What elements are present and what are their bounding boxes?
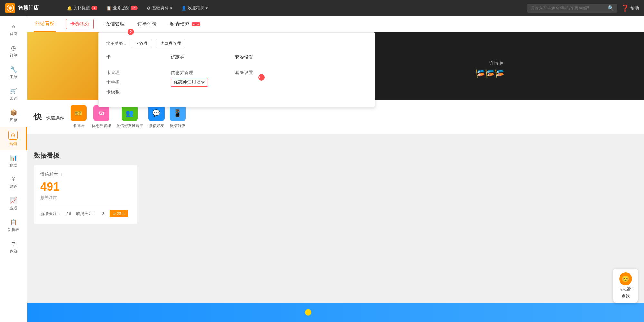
subnav-wechat[interactable]: 微信管理 xyxy=(104,16,126,32)
logo-text: 智慧门店 xyxy=(18,5,39,12)
chat-widget[interactable]: 😊 有问题? 点我 xyxy=(613,269,638,303)
wechat-fans-label: 微信粉丝 xyxy=(40,172,58,177)
logo-area[interactable]: 智慧门店 xyxy=(5,3,63,13)
sidebar-item-insurance-label: 保险 xyxy=(10,249,17,254)
banner-detail-label: 详情 ▶ xyxy=(475,61,504,66)
new-follows-label: 新增关注： xyxy=(40,211,61,217)
dropdown-common-functions: 常用功能： 卡管理 优惠券管理 xyxy=(106,39,367,48)
finance-icon: ¥ xyxy=(12,176,15,183)
sidebar-item-reports[interactable]: 📋 新报表 xyxy=(0,215,27,236)
workorder-icon: 🔧 xyxy=(10,66,17,73)
coupon-action-icon: 🎟 xyxy=(93,105,109,121)
sidebar-item-purchase-label: 采购 xyxy=(10,96,17,101)
alert-badge: 1 xyxy=(91,6,97,10)
user-icon: 👤 xyxy=(181,6,186,11)
main-layout: ⌂ 首页 ◷ 订单 🔧 工单 🛒 采购 📦 库存 ⊙ 营销 📊 数据 xyxy=(0,16,644,322)
wechat1-action-label: 微信好友 xyxy=(149,123,164,128)
sidebar-item-finance-label: 财务 xyxy=(10,184,17,189)
subnav-order-review[interactable]: 订单评价 xyxy=(136,16,158,32)
common-func-label: 常用功能： xyxy=(106,41,127,46)
bottom-banner xyxy=(27,303,644,322)
reports-icon: 📋 xyxy=(10,219,17,226)
link-card-template[interactable]: 卡模板 xyxy=(106,87,171,97)
subnav-customer-care[interactable]: 客情维护 new xyxy=(168,16,202,32)
quick-action-wechat1[interactable]: 💬 微信好友 xyxy=(148,105,165,128)
quick-btn-card-mgmt[interactable]: 卡管理 xyxy=(131,39,152,48)
col-coupon-title: 优惠券 xyxy=(171,54,235,63)
decoration-flags: 🎏🎏🎏 xyxy=(475,69,504,78)
nav-base-data[interactable]: ⚙ 基础资料 ▾ xyxy=(143,3,176,13)
sidebar-item-insurance[interactable]: ☂ 保险 xyxy=(0,236,27,258)
search-box[interactable]: 🔍 xyxy=(527,4,617,13)
link-card-records[interactable]: 卡单据 xyxy=(106,78,171,87)
dropdown-columns: 卡 卡管理 卡单据 卡模板 优惠券 优惠券管理 优惠券使用记录 3 xyxy=(106,54,367,97)
sidebar-item-purchase[interactable]: 🛒 采购 xyxy=(0,84,27,105)
nav-welcome[interactable]: 👤 欢迎程亮 ▾ xyxy=(177,3,212,13)
sidebar-item-marketing[interactable]: ⊙ 营销 xyxy=(0,127,27,150)
search-input[interactable] xyxy=(530,6,608,11)
content-area: 营销看板 卡券积分 微信管理 订单评价 客情维护 new 2 常用功能： xyxy=(27,16,644,322)
col-package-title: 套餐设置 xyxy=(235,54,299,63)
link-package-settings[interactable]: 套餐设置 xyxy=(235,68,299,78)
link-card-mgmt[interactable]: 卡管理 xyxy=(106,68,171,78)
invite-action-icon: 👥 xyxy=(122,105,138,121)
col-card-title: 卡 xyxy=(106,54,171,63)
banner-detail-area: 详情 ▶ 🎏🎏🎏 xyxy=(469,54,511,84)
coupon-action-label: 优惠券管理 xyxy=(92,123,111,128)
sidebar-item-workorder[interactable]: 🔧 工单 xyxy=(0,62,27,84)
quick-subtitle: 快速操作 xyxy=(46,115,64,120)
annotation-2: 2 xyxy=(128,29,134,35)
marketing-icon: ⊙ xyxy=(11,132,15,138)
sidebar-item-marketing-label: 营销 xyxy=(9,141,17,147)
days-tag[interactable]: 近30天 xyxy=(110,210,128,217)
inventory-icon: 📦 xyxy=(10,109,17,116)
cancel-follows-label: 取消关注： xyxy=(76,211,97,217)
top-navigation: 智慧门店 🔔 关怀提醒 1 📋 业务提醒 29 ⚙ 基础资料 ▾ 👤 欢迎程亮 … xyxy=(0,0,644,16)
wechat2-action-label: 微信好友 xyxy=(170,123,185,128)
sidebar-item-orders[interactable]: ◷ 订单 xyxy=(0,41,27,62)
sidebar-item-finance[interactable]: ¥ 财务 xyxy=(0,172,27,193)
chevron-down-icon-2: ▾ xyxy=(206,6,208,11)
link-coupon-mgmt[interactable]: 优惠券管理 xyxy=(171,68,235,78)
sidebar-item-performance[interactable]: 📈 业绩 xyxy=(0,193,27,215)
sidebar-item-home[interactable]: ⌂ 首页 xyxy=(0,19,27,41)
document-icon: 📋 xyxy=(106,6,111,11)
dropdown-col-package: 套餐设置 套餐设置 xyxy=(235,54,299,97)
help-button[interactable]: ❓ 帮助 xyxy=(621,4,639,12)
purchase-icon: 🛒 xyxy=(10,88,17,95)
insurance-icon: ☂ xyxy=(11,240,16,247)
nav-right: 🔍 ❓ 帮助 xyxy=(527,4,639,13)
cancel-follows-count: 3 xyxy=(102,211,104,216)
card-action-icon: 🎫 xyxy=(71,105,87,121)
business-badge: 29 xyxy=(131,6,138,10)
dropdown-col-card: 卡 卡管理 卡单据 卡模板 xyxy=(106,54,171,97)
new-badge: new xyxy=(192,22,200,26)
bottom-banner-inner xyxy=(27,303,644,322)
sidebar-item-data-label: 数据 xyxy=(10,163,17,168)
nav-alert[interactable]: 🔔 关怀提醒 1 xyxy=(63,3,101,13)
search-icon[interactable]: 🔍 xyxy=(608,5,614,11)
orders-icon: ◷ xyxy=(11,44,16,52)
nav-business[interactable]: 📋 业务提醒 29 xyxy=(102,3,142,13)
bell-icon: 🔔 xyxy=(67,6,72,11)
subnav-order-review-label: 订单评价 xyxy=(137,21,157,26)
sidebar-item-inventory[interactable]: 📦 库存 xyxy=(0,105,27,127)
performance-icon: 📈 xyxy=(10,197,17,204)
card-action-label: 卡管理 xyxy=(73,123,84,128)
dashboard-section: 数据看板 微信粉丝 ℹ 491 总关注数 新增关注： 26 取消关注： 3 近3… xyxy=(27,145,644,230)
quick-action-invite[interactable]: 👥 微信好友邀请主 xyxy=(116,105,143,128)
sidebar-item-data[interactable]: 📊 数据 xyxy=(0,150,27,172)
link-coupon-usage[interactable]: 优惠券使用记录 xyxy=(171,78,208,87)
chat-icon: 😊 xyxy=(619,272,632,285)
home-icon: ⌂ xyxy=(12,23,15,30)
sidebar-item-workorder-label: 工单 xyxy=(10,74,17,80)
sidebar-item-home-label: 首页 xyxy=(10,31,17,37)
subnav-marketing-board[interactable]: 营销看板 xyxy=(34,16,56,32)
quick-action-wechat2[interactable]: 📱 微信好友 xyxy=(170,105,186,128)
quick-actions-list: 🎫 卡管理 🎟 优惠券管理 👥 微信好友邀请主 💬 微信好友 xyxy=(71,105,186,128)
stats-header: 微信粉丝 ℹ xyxy=(40,172,130,177)
quick-action-card[interactable]: 🎫 卡管理 xyxy=(71,105,87,128)
subnav-card-points[interactable]: 卡券积分 xyxy=(66,19,94,29)
quick-btn-coupon-mgmt[interactable]: 优惠券管理 xyxy=(156,39,185,48)
quick-action-coupon[interactable]: 🎟 优惠券管理 xyxy=(92,105,111,128)
